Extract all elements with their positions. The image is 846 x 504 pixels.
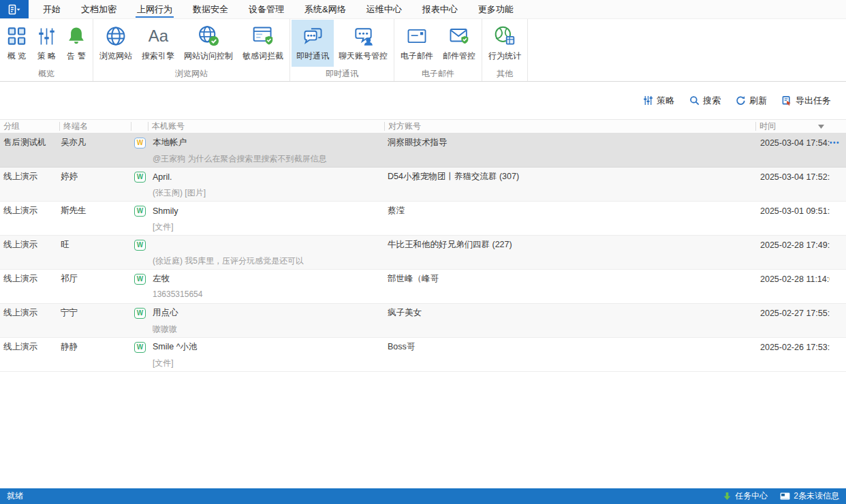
- browse-globe-icon: [105, 22, 127, 50]
- ribbon-button[interactable]: 聊天账号管控: [334, 20, 392, 67]
- app-window: { "menu_tabs": [ {"label": "开始"}, {"labe…: [0, 0, 846, 504]
- ribbon-button-label: 网站访问控制: [184, 50, 233, 62]
- ribbon-button[interactable]: 概 览: [1, 20, 32, 67]
- cell-time: 2025-03-04 17:52:00: [756, 172, 830, 182]
- table-body: 售后测试机吴亦凡W本地帐户洞察眼技术指导2025-03-04 17:54:17•…: [0, 133, 846, 372]
- unread-messages-button[interactable]: 2条未读信息: [780, 490, 839, 502]
- menu-tab[interactable]: 系统&网络: [294, 0, 356, 18]
- app-menu-button[interactable]: [0, 0, 29, 18]
- ribbon-button[interactable]: Aa搜索引擎: [137, 20, 179, 67]
- ribbon-group-label: 其他: [484, 67, 526, 83]
- ribbon-button[interactable]: 告 警: [61, 20, 91, 67]
- table-row[interactable]: 售后测试机吴亦凡W本地帐户洞察眼技术指导2025-03-04 17:54:17•…: [0, 133, 846, 168]
- cell-remote-account: Boss哥: [385, 341, 756, 353]
- cell-terminal: 宁宁: [60, 307, 131, 319]
- cell-local-account: 用点心: [148, 307, 385, 319]
- ribbon-button-label: 搜索引擎: [142, 50, 174, 62]
- menu-tab[interactable]: 更多功能: [468, 0, 524, 18]
- ribbon-buttons: 概 览策 略告 警: [1, 20, 91, 67]
- cell-group: 线上演示: [0, 171, 60, 183]
- action-label: 策略: [657, 95, 674, 107]
- menu-tabs: 开始文档加密上网行为数据安全设备管理系统&网络运维中心报表中心更多功能: [33, 0, 524, 18]
- table-row[interactable]: 线上演示旺W牛比王和他的好兄弟们四群 (227)2025-02-28 17:49…: [0, 236, 846, 270]
- column-header-label: 分组: [3, 121, 20, 132]
- cell-time: 2025-02-27 17:55:00: [756, 309, 830, 318]
- ribbon-button-label: 敏感词拦截: [242, 50, 283, 62]
- cell-remote-account: 疯子美女: [385, 307, 756, 319]
- ribbon-group: 概 览策 略告 警概览: [0, 19, 93, 81]
- cell-local-account: 左牧: [148, 273, 385, 285]
- cell-remote-account: 洞察眼技术指导: [385, 137, 756, 148]
- search-button[interactable]: 搜索: [689, 95, 721, 107]
- cell-group: 线上演示: [0, 205, 60, 217]
- cell-group: 线上演示: [0, 307, 60, 319]
- table-row[interactable]: 线上演示静静WSmile ^小池Boss哥2025-02-26 17:53:00…: [0, 338, 846, 372]
- status-bar-right: 任务中心 2条未读信息: [723, 490, 839, 502]
- ribbon-group: 即时通讯聊天账号管控即时通讯: [290, 19, 394, 81]
- search-engine-icon: Aa: [147, 22, 169, 50]
- cell-remote-account: D54小雅宠物团丨养猫交流群 (307): [385, 171, 756, 183]
- more-button[interactable]: •••: [830, 139, 840, 146]
- menu-tab[interactable]: 开始: [33, 0, 71, 18]
- column-header[interactable]: 本机账号: [148, 120, 385, 133]
- ribbon-button-label: 行为统计: [488, 50, 521, 62]
- cell-local-account: Smile ^小池: [148, 341, 385, 353]
- cell-remote-account: 牛比王和他的好兄弟们四群 (227): [385, 239, 756, 251]
- action-toolbar: 策略搜索刷新导出任务: [0, 82, 846, 119]
- menu-tab[interactable]: 文档加密: [71, 0, 127, 18]
- ribbon-button-label: 邮件管控: [443, 50, 475, 62]
- svg-text:Aa: Aa: [148, 27, 169, 45]
- ribbon-button[interactable]: 浏览网站: [95, 20, 137, 67]
- task-center-label: 任务中心: [735, 490, 768, 502]
- column-header-label: 本机账号: [152, 121, 185, 132]
- menu-tab[interactable]: 报表中心: [412, 0, 468, 18]
- policy-button[interactable]: 策略: [643, 95, 674, 107]
- policy-sliders-icon: [37, 22, 57, 50]
- table-row[interactable]: 线上演示祁厅W左牧部世峰（峰哥2025-02-28 11:14:00136353…: [0, 270, 846, 304]
- email-icon: [406, 22, 428, 50]
- menu-tab[interactable]: 数据安全: [183, 0, 238, 18]
- status-bar: 就绪 任务中心 2条未读信息: [0, 488, 846, 504]
- column-header[interactable]: [131, 120, 148, 133]
- cell-terminal: 祁厅: [60, 273, 131, 285]
- column-header[interactable]: 对方账号: [385, 120, 756, 133]
- ribbon-button[interactable]: 策 略: [32, 20, 61, 67]
- column-header-label: 时间: [759, 121, 776, 132]
- menu-tab[interactable]: 运维中心: [356, 0, 412, 18]
- column-header[interactable]: 分组: [0, 120, 60, 133]
- ribbon-button-label: 策 略: [37, 50, 56, 62]
- ribbon-button[interactable]: 行为统计: [484, 20, 526, 67]
- column-header[interactable]: 时间: [756, 120, 830, 133]
- cell-app: W: [131, 240, 148, 251]
- cell-app: W: [131, 138, 148, 148]
- cell-terminal: 静静: [60, 341, 131, 353]
- table-row[interactable]: 线上演示婷婷WApril.D54小雅宠物团丨养猫交流群 (307)2025-03…: [0, 168, 846, 202]
- cell-local-account: Shmily: [148, 206, 385, 216]
- column-header-label: 对方账号: [388, 121, 421, 132]
- mail-shield-icon: [448, 22, 470, 50]
- filter-dropdown-icon[interactable]: [818, 125, 824, 129]
- ribbon-button[interactable]: 邮件管控: [438, 20, 480, 67]
- ribbon-button[interactable]: 网站访问控制: [179, 20, 238, 67]
- export-tasks-button[interactable]: 导出任务: [782, 95, 831, 107]
- refresh-button[interactable]: 刷新: [736, 95, 767, 107]
- table-row[interactable]: 线上演示宁宁W用点心疯子美女2025-02-27 17:55:00嗷嗷嗷: [0, 304, 846, 338]
- menu-tab[interactable]: 上网行为: [127, 0, 183, 18]
- task-center-button[interactable]: 任务中心: [723, 490, 768, 502]
- ribbon-button[interactable]: 敏感词拦截: [238, 20, 288, 67]
- ribbon-button-label: 告 警: [67, 50, 85, 62]
- column-header[interactable]: 终端名: [60, 120, 131, 133]
- chat-account-user-icon: [352, 22, 375, 50]
- search-sm-icon: [689, 95, 700, 106]
- ribbon-group: 行为统计其他: [482, 19, 528, 81]
- cell-terminal: 婷婷: [60, 171, 131, 183]
- table-row[interactable]: 线上演示斯先生WShmily蔡滢2025-03-01 09:51:00[文件]: [0, 202, 846, 236]
- wechat-icon: W: [134, 342, 146, 353]
- ribbon-button[interactable]: 即时通讯: [292, 20, 334, 67]
- menu-tab[interactable]: 设备管理: [238, 0, 294, 18]
- ribbon-button[interactable]: 电子邮件: [396, 20, 438, 67]
- alert-bell-icon: [66, 22, 87, 50]
- app-menu-icon: [7, 4, 21, 15]
- cell-app: W: [131, 308, 148, 319]
- behavior-stats-globe-icon: [494, 22, 516, 50]
